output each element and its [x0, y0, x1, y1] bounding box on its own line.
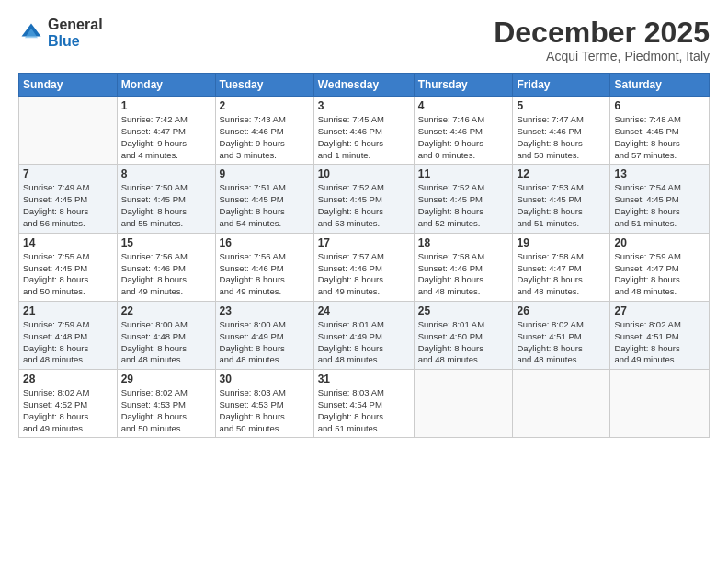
calendar-week-row: 7Sunrise: 7:49 AMSunset: 4:45 PMDaylight…	[19, 165, 710, 233]
cell-details: Sunrise: 7:45 AMSunset: 4:46 PMDaylight:…	[318, 114, 410, 161]
cell-details: Sunrise: 8:02 AMSunset: 4:51 PMDaylight:…	[614, 319, 705, 366]
calendar-cell	[610, 370, 710, 438]
day-number: 20	[614, 236, 705, 249]
cell-details: Sunrise: 7:47 AMSunset: 4:46 PMDaylight:…	[517, 114, 606, 161]
cell-details: Sunrise: 7:59 AMSunset: 4:48 PMDaylight:…	[23, 319, 113, 366]
cell-details: Sunrise: 7:53 AMSunset: 4:45 PMDaylight:…	[517, 182, 606, 229]
cell-details: Sunrise: 8:01 AMSunset: 4:50 PMDaylight:…	[418, 319, 509, 366]
header: General Blue December 2025 Acqui Terme, …	[18, 17, 710, 63]
day-number: 30	[220, 373, 310, 385]
calendar-cell: 5Sunrise: 7:47 AMSunset: 4:46 PMDaylight…	[513, 97, 610, 165]
page: General Blue December 2025 Acqui Terme, …	[0, 0, 728, 563]
day-number: 9	[220, 167, 310, 180]
calendar-cell: 12Sunrise: 7:53 AMSunset: 4:45 PMDayligh…	[513, 165, 610, 233]
day-header-tuesday: Tuesday	[215, 74, 313, 97]
day-number: 23	[220, 304, 310, 317]
day-number: 13	[614, 167, 705, 180]
calendar-cell: 2Sunrise: 7:43 AMSunset: 4:46 PMDaylight…	[215, 97, 313, 165]
day-number: 22	[121, 304, 211, 317]
calendar-cell: 7Sunrise: 7:49 AMSunset: 4:45 PMDaylight…	[19, 165, 118, 233]
logo-text: General Blue	[48, 17, 103, 49]
calendar-week-row: 28Sunrise: 8:02 AMSunset: 4:52 PMDayligh…	[19, 370, 710, 438]
cell-details: Sunrise: 7:56 AMSunset: 4:46 PMDaylight:…	[220, 251, 310, 298]
cell-details: Sunrise: 7:57 AMSunset: 4:46 PMDaylight:…	[318, 251, 410, 298]
cell-details: Sunrise: 7:46 AMSunset: 4:46 PMDaylight:…	[418, 114, 509, 161]
calendar-cell	[19, 97, 118, 165]
calendar-cell: 6Sunrise: 7:48 AMSunset: 4:45 PMDaylight…	[610, 97, 710, 165]
day-header-saturday: Saturday	[610, 74, 710, 97]
calendar-cell: 17Sunrise: 7:57 AMSunset: 4:46 PMDayligh…	[313, 233, 414, 301]
calendar-cell: 22Sunrise: 8:00 AMSunset: 4:48 PMDayligh…	[117, 301, 215, 369]
day-number: 3	[318, 99, 410, 112]
cell-details: Sunrise: 8:02 AMSunset: 4:51 PMDaylight:…	[517, 319, 606, 366]
cell-details: Sunrise: 8:02 AMSunset: 4:52 PMDaylight:…	[23, 387, 113, 434]
calendar-cell: 14Sunrise: 7:55 AMSunset: 4:45 PMDayligh…	[19, 233, 118, 301]
cell-details: Sunrise: 7:58 AMSunset: 4:47 PMDaylight:…	[517, 251, 606, 298]
day-header-sunday: Sunday	[19, 74, 118, 97]
day-number: 8	[121, 167, 211, 180]
calendar-cell: 9Sunrise: 7:51 AMSunset: 4:45 PMDaylight…	[215, 165, 313, 233]
calendar-cell	[513, 370, 610, 438]
calendar-cell: 16Sunrise: 7:56 AMSunset: 4:46 PMDayligh…	[215, 233, 313, 301]
calendar-header-row: SundayMondayTuesdayWednesdayThursdayFrid…	[19, 74, 710, 97]
day-number: 1	[121, 99, 211, 112]
day-number: 14	[23, 236, 113, 249]
day-header-monday: Monday	[117, 74, 215, 97]
calendar-table: SundayMondayTuesdayWednesdayThursdayFrid…	[18, 73, 710, 438]
day-number: 5	[517, 99, 606, 112]
day-number: 6	[614, 99, 705, 112]
calendar-cell	[414, 370, 513, 438]
logo-blue-text: Blue	[48, 33, 103, 50]
calendar-cell: 8Sunrise: 7:50 AMSunset: 4:45 PMDaylight…	[117, 165, 215, 233]
day-number: 21	[23, 304, 113, 317]
day-number: 29	[121, 373, 211, 385]
day-number: 25	[418, 304, 509, 317]
day-number: 16	[220, 236, 310, 249]
day-number: 27	[614, 304, 705, 317]
day-number: 17	[318, 236, 410, 249]
day-number: 26	[517, 304, 606, 317]
location-subtitle: Acqui Terme, Piedmont, Italy	[494, 49, 710, 63]
day-header-friday: Friday	[513, 74, 610, 97]
calendar-cell: 18Sunrise: 7:58 AMSunset: 4:46 PMDayligh…	[414, 233, 513, 301]
day-header-wednesday: Wednesday	[313, 74, 414, 97]
calendar-week-row: 14Sunrise: 7:55 AMSunset: 4:45 PMDayligh…	[19, 233, 710, 301]
cell-details: Sunrise: 8:00 AMSunset: 4:49 PMDaylight:…	[220, 319, 310, 366]
calendar-cell: 10Sunrise: 7:52 AMSunset: 4:45 PMDayligh…	[313, 165, 414, 233]
day-number: 7	[23, 167, 113, 180]
day-number: 18	[418, 236, 509, 249]
calendar-week-row: 21Sunrise: 7:59 AMSunset: 4:48 PMDayligh…	[19, 301, 710, 369]
calendar-cell: 25Sunrise: 8:01 AMSunset: 4:50 PMDayligh…	[414, 301, 513, 369]
day-number: 19	[517, 236, 606, 249]
cell-details: Sunrise: 7:43 AMSunset: 4:46 PMDaylight:…	[220, 114, 310, 161]
day-number: 4	[418, 99, 509, 112]
month-title: December 2025	[494, 17, 710, 49]
calendar-cell: 4Sunrise: 7:46 AMSunset: 4:46 PMDaylight…	[414, 97, 513, 165]
calendar-cell: 1Sunrise: 7:42 AMSunset: 4:47 PMDaylight…	[117, 97, 215, 165]
cell-details: Sunrise: 8:01 AMSunset: 4:49 PMDaylight:…	[318, 319, 410, 366]
cell-details: Sunrise: 8:03 AMSunset: 4:53 PMDaylight:…	[220, 387, 310, 434]
calendar-cell: 30Sunrise: 8:03 AMSunset: 4:53 PMDayligh…	[215, 370, 313, 438]
calendar-cell: 24Sunrise: 8:01 AMSunset: 4:49 PMDayligh…	[313, 301, 414, 369]
logo-icon	[18, 20, 44, 46]
calendar-week-row: 1Sunrise: 7:42 AMSunset: 4:47 PMDaylight…	[19, 97, 710, 165]
calendar-cell: 19Sunrise: 7:58 AMSunset: 4:47 PMDayligh…	[513, 233, 610, 301]
cell-details: Sunrise: 7:52 AMSunset: 4:45 PMDaylight:…	[418, 182, 509, 229]
calendar-cell: 26Sunrise: 8:02 AMSunset: 4:51 PMDayligh…	[513, 301, 610, 369]
cell-details: Sunrise: 7:52 AMSunset: 4:45 PMDaylight:…	[318, 182, 410, 229]
cell-details: Sunrise: 8:03 AMSunset: 4:54 PMDaylight:…	[318, 387, 410, 434]
day-number: 11	[418, 167, 509, 180]
cell-details: Sunrise: 7:51 AMSunset: 4:45 PMDaylight:…	[220, 182, 310, 229]
cell-details: Sunrise: 7:55 AMSunset: 4:45 PMDaylight:…	[23, 251, 113, 298]
cell-details: Sunrise: 7:54 AMSunset: 4:45 PMDaylight:…	[614, 182, 705, 229]
calendar-cell: 11Sunrise: 7:52 AMSunset: 4:45 PMDayligh…	[414, 165, 513, 233]
calendar-cell: 23Sunrise: 8:00 AMSunset: 4:49 PMDayligh…	[215, 301, 313, 369]
logo-general-text: General	[48, 17, 103, 33]
logo: General Blue	[18, 17, 103, 49]
calendar-cell: 21Sunrise: 7:59 AMSunset: 4:48 PMDayligh…	[19, 301, 118, 369]
calendar-cell: 13Sunrise: 7:54 AMSunset: 4:45 PMDayligh…	[610, 165, 710, 233]
cell-details: Sunrise: 7:58 AMSunset: 4:46 PMDaylight:…	[418, 251, 509, 298]
cell-details: Sunrise: 7:56 AMSunset: 4:46 PMDaylight:…	[121, 251, 211, 298]
title-block: December 2025 Acqui Terme, Piedmont, Ita…	[494, 17, 710, 63]
calendar-cell: 29Sunrise: 8:02 AMSunset: 4:53 PMDayligh…	[117, 370, 215, 438]
